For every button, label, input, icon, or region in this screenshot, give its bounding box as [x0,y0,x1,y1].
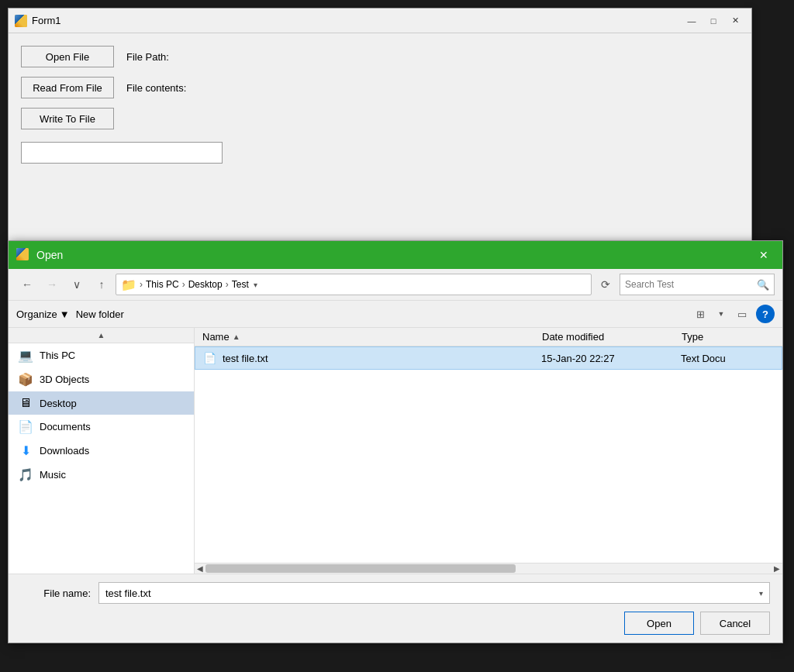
search-icon: 🔍 [757,279,769,291]
sidebar-item-label-3d-objects: 3D Objects [40,374,89,385]
form1-body: Open File File Path: Read From File File… [9,33,751,176]
filename-label: File name: [21,588,91,599]
sidebar-list: 💻 This PC 📦 3D Objects 🖥 Desktop 📄 Docum… [9,328,194,487]
file-date-cell: 15-Jan-20 22:27 [541,353,681,364]
breadcrumb-bar: 📁 › This PC › Desktop › Test ▾ [116,274,592,295]
dialog-content: ▲ 💻 This PC 📦 3D Objects 🖥 Desktop 📄 Doc… [9,328,782,574]
up-button[interactable]: ↑ [91,274,112,295]
column-date-label: Date modified [542,331,604,343]
desktop-icon: 🖥 [18,396,33,410]
dialog-icon [16,248,30,262]
sidebar-item-label-downloads: Downloads [40,445,89,457]
back-button[interactable]: ← [16,274,38,295]
open-dialog: Open ✕ ← → ∨ ↑ 📁 › This PC › Desktop › T… [8,240,783,643]
view-dropdown-button[interactable]: ▼ [714,304,728,324]
file-path-label: File Path: [126,51,169,63]
dialog-actions: Open Cancel [21,612,770,635]
breadcrumb-folder-icon: 📁 [121,277,136,292]
documents-icon: 📄 [18,419,33,434]
column-type-label: Type [682,331,703,343]
form1-title: Form1 [32,15,682,26]
hscroll-thumb[interactable] [205,564,516,573]
form1-window-controls: — □ ✕ [682,13,745,29]
filename-value: test file.txt [105,588,151,599]
sidebar-item-label-this-pc: This PC [40,350,75,361]
sidebar-item-3d-objects[interactable]: 📦 3D Objects [9,367,194,391]
breadcrumb-test: Test [232,279,249,290]
column-name: Name ▲ [202,331,542,343]
file-type-cell: Text Docu [681,353,774,364]
maximize-button[interactable]: □ [703,13,723,29]
open-file-button[interactable]: Open File [21,46,114,67]
breadcrumb-dropdown-button[interactable]: ▾ [252,281,259,289]
file-type-icon: 📄 [203,352,216,364]
minimize-button[interactable]: — [682,13,702,29]
sidebar-item-label-documents: Documents [40,421,91,432]
write-to-file-row: Write To File [21,108,739,129]
search-bar: 🔍 [620,274,775,295]
form1-titlebar: Form1 — □ ✕ [9,9,751,33]
organize-arrow-icon: ▼ [60,308,70,320]
breadcrumb-sep-1: › [182,279,185,290]
sidebar-scroll-up[interactable]: ▲ [9,328,194,343]
filename-dropdown-icon: ▾ [759,589,763,598]
sidebar-item-desktop[interactable]: 🖥 Desktop [9,391,194,415]
sort-icon: ▲ [233,333,240,341]
search-input[interactable] [625,279,754,290]
refresh-button[interactable]: ⟳ [595,274,616,295]
preview-pane-button[interactable]: ▭ [731,304,753,324]
hscroll-left-button[interactable]: ◀ [195,563,205,574]
close-button[interactable]: ✕ [725,13,745,29]
new-folder-button[interactable]: New folder [76,308,124,320]
breadcrumb-sep-0: › [140,279,143,290]
this-pc-icon: 💻 [18,348,33,363]
sidebar-item-music[interactable]: 🎵 Music [9,463,194,487]
file-name-cell: test file.txt [223,353,541,364]
write-to-file-button[interactable]: Write To File [21,108,114,129]
sidebar: ▲ 💻 This PC 📦 3D Objects 🖥 Desktop 📄 Doc… [9,328,195,574]
sidebar-item-this-pc[interactable]: 💻 This PC [9,343,194,367]
dialog-title: Open [36,249,753,261]
music-icon: 🎵 [18,467,33,482]
form1-window: Form1 — □ ✕ Open File File Path: Read Fr… [8,8,752,248]
downloads-icon: ⬇ [18,443,33,458]
horizontal-scrollbar[interactable]: ◀ ▶ [195,563,782,574]
dialog-close-button[interactable]: ✕ [753,246,775,264]
file-list-area: Name ▲ Date modified Type 📄 test file.tx… [195,328,782,574]
read-from-file-button[interactable]: Read From File [21,77,114,98]
recent-locations-button[interactable]: ∨ [66,274,88,295]
write-text-input[interactable] [21,142,223,164]
sidebar-item-label-music: Music [40,469,66,481]
organize-label: Organize [16,308,57,320]
column-date-modified: Date modified [542,331,682,343]
open-file-row: Open File File Path: [21,46,739,67]
breadcrumb-sep-2: › [226,279,229,290]
file-list-header: Name ▲ Date modified Type [195,328,782,346]
filename-input[interactable]: test file.txt ▾ [98,582,770,604]
forward-button[interactable]: → [41,274,63,295]
sidebar-item-downloads[interactable]: ⬇ Downloads [9,439,194,463]
column-name-label: Name [202,331,230,343]
sidebar-item-documents[interactable]: 📄 Documents [9,415,194,439]
view-icon-button[interactable]: ⊞ [689,304,711,324]
read-from-file-row: Read From File File contents: [21,77,739,98]
table-row[interactable]: 📄 test file.txt 15-Jan-20 22:27 Text Doc… [195,346,782,370]
cancel-button[interactable]: Cancel [700,612,770,635]
breadcrumb-desktop: Desktop [188,279,223,290]
file-contents-label: File contents: [126,82,186,94]
view-controls: ⊞ ▼ ▭ ? [689,304,775,324]
3d-objects-icon: 📦 [18,372,33,387]
open-button[interactable]: Open [624,612,694,635]
form1-icon [15,15,27,27]
organize-button[interactable]: Organize ▼ [16,308,70,320]
hscroll-right-button[interactable]: ▶ [772,563,782,574]
dialog-titlebar: Open ✕ [9,241,782,269]
dialog-bottom: File name: test file.txt ▾ Open Cancel [9,574,782,643]
sidebar-item-label-desktop: Desktop [40,398,77,409]
filename-row: File name: test file.txt ▾ [21,582,770,604]
dialog-toolbar: ← → ∨ ↑ 📁 › This PC › Desktop › Test ▾ ⟳… [9,269,782,301]
dialog-actionbar: Organize ▼ New folder ⊞ ▼ ▭ ? [9,301,782,328]
hscroll-track [205,563,772,574]
help-button[interactable]: ? [756,305,775,323]
column-type: Type [682,331,775,343]
